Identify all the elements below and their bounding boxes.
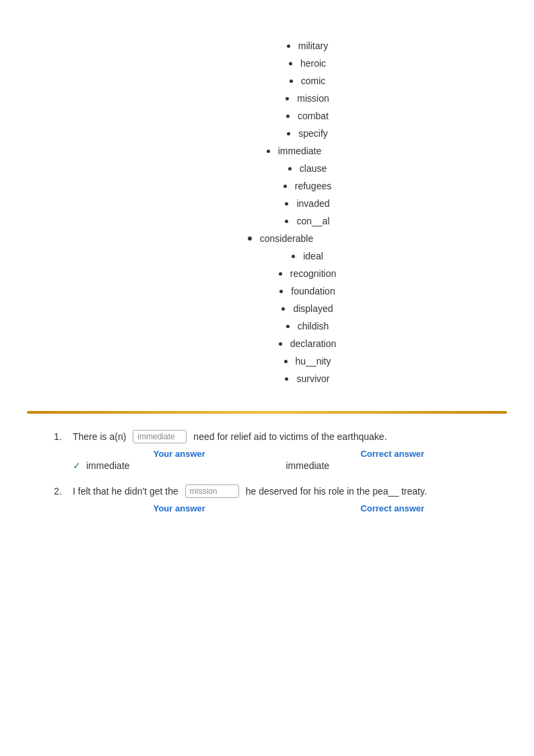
your-answer-value-1: ✓ immediate <box>73 460 286 471</box>
check-icon-1: ✓ <box>73 460 81 471</box>
quiz-after-1: need for relief aid to victims of the ea… <box>193 431 387 442</box>
list-item: invaded <box>285 198 329 209</box>
word-text: immediate <box>278 146 322 156</box>
bullet-icon <box>283 185 287 188</box>
list-item: refugees <box>283 181 331 191</box>
word-text: specify <box>298 128 328 139</box>
quiz-item-1: 1. There is a(n) immediate need for reli… <box>54 430 480 471</box>
bullet-icon <box>287 44 290 48</box>
list-item: mission <box>286 93 329 104</box>
correct-answer-value-1: immediate <box>286 460 500 471</box>
quiz-item-2-row: 2. I felt that he didn't get the mission… <box>54 484 480 498</box>
correct-answer-text-1: immediate <box>286 460 330 471</box>
bullet-icon <box>279 342 282 346</box>
bullet-icon <box>288 167 292 170</box>
list-item: hu__nity <box>284 356 331 367</box>
bullet-icon <box>248 237 252 241</box>
correct-answer-label-2: Correct answer <box>286 503 500 513</box>
bullet-icon <box>285 377 288 381</box>
word-text: hu__nity <box>296 356 331 367</box>
your-answer-label-1: Your answer <box>73 449 286 459</box>
word-text: military <box>298 40 328 51</box>
bullet-icon <box>286 97 289 100</box>
bullet-icon <box>285 202 288 206</box>
word-text: foundation <box>291 286 335 296</box>
word-text: survivor <box>296 373 329 384</box>
bullet-icon <box>292 255 295 258</box>
section-divider <box>27 411 507 414</box>
bullet-icon <box>287 132 290 135</box>
word-text: declaration <box>290 338 337 349</box>
your-answer-text-1: immediate <box>86 460 130 471</box>
bullet-icon <box>289 62 292 65</box>
list-item: con__al <box>285 216 329 226</box>
word-text: comic <box>301 75 326 86</box>
quiz-item-1-row: 1. There is a(n) immediate need for reli… <box>54 430 480 443</box>
bullet-icon <box>281 307 285 311</box>
bullet-icon <box>286 115 290 118</box>
list-item: military <box>287 40 328 51</box>
quiz-section: 1. There is a(n) immediate need for reli… <box>27 430 507 513</box>
answer-values-1: ✓ immediate immediate <box>73 460 499 471</box>
word-text: clause <box>300 163 327 174</box>
list-item: comic <box>290 75 326 86</box>
list-item: childish <box>286 321 329 332</box>
bullet-icon <box>279 290 283 293</box>
list-item: foundation <box>279 286 335 296</box>
list-item: survivor <box>285 373 329 384</box>
word-text: recognition <box>290 268 337 279</box>
word-text: combat <box>298 111 329 121</box>
bullet-icon <box>285 220 288 223</box>
correct-answer-label-1: Correct answer <box>286 449 500 459</box>
answer-labels-1: Your answer Correct answer <box>73 449 499 459</box>
word-text: displayed <box>293 303 333 314</box>
bullet-icon <box>279 272 282 276</box>
quiz-before-1: There is a(n) <box>73 431 126 442</box>
word-text: heroic <box>300 58 326 69</box>
quiz-number-2: 2. <box>54 486 67 497</box>
list-item: considerable <box>248 233 313 244</box>
quiz-item-2: 2. I felt that he didn't get the mission… <box>54 484 480 513</box>
quiz-answer-box-1[interactable]: immediate <box>133 430 187 443</box>
bullet-icon <box>267 150 270 153</box>
word-text: mission <box>297 93 329 104</box>
list-item: declaration <box>279 338 337 349</box>
bullet-icon <box>286 325 290 328</box>
list-item: recognition <box>279 268 337 279</box>
answer-labels-2: Your answer Correct answer <box>73 503 499 513</box>
list-item: combat <box>286 111 329 121</box>
bullet-icon <box>284 360 288 363</box>
word-text: ideal <box>303 251 323 261</box>
quiz-before-2: I felt that he didn't get the <box>73 486 178 497</box>
page: military heroic comic mission combat spe… <box>0 0 534 756</box>
list-item: clause <box>288 163 327 174</box>
list-item: displayed <box>281 303 333 314</box>
word-list-section: military heroic comic mission combat spe… <box>27 40 507 391</box>
word-text: considerable <box>260 233 313 244</box>
quiz-answer-box-2[interactable]: mission <box>185 484 239 498</box>
list-item: heroic <box>289 58 326 69</box>
word-text: invaded <box>296 198 329 209</box>
list-item: immediate <box>267 146 322 156</box>
word-text: childish <box>298 321 329 332</box>
quiz-number-1: 1. <box>54 431 67 442</box>
quiz-after-2: he deserved for his role in the pea__ tr… <box>246 486 427 497</box>
bullet-icon <box>290 80 293 83</box>
list-item: specify <box>287 128 328 139</box>
word-text: con__al <box>296 216 329 226</box>
word-text: refugees <box>295 181 331 191</box>
your-answer-label-2: Your answer <box>73 503 286 513</box>
list-item: ideal <box>292 251 323 261</box>
